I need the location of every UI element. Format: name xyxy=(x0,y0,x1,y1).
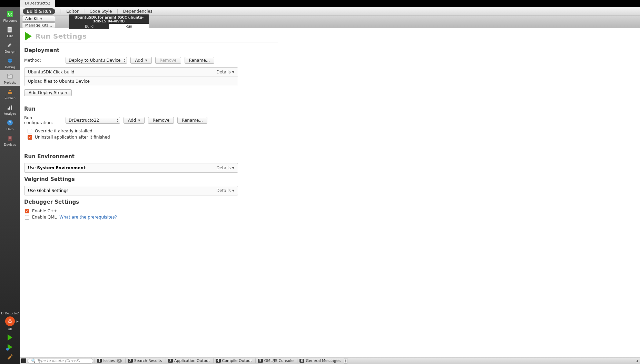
run-rename-button[interactable]: Rename... xyxy=(177,117,207,124)
add-kit-button[interactable]: Add Kit▼ xyxy=(22,16,55,22)
deploy-add-button[interactable]: Add▼ xyxy=(130,57,151,64)
deploy-step-row[interactable]: UbuntuSDK Click build Details▼ xyxy=(24,68,238,77)
projects-icon xyxy=(6,72,14,80)
run-add-button[interactable]: Add▼ xyxy=(124,117,145,124)
sidebar-item-label: Edit xyxy=(7,34,13,38)
page-header: Run Settings xyxy=(24,32,278,42)
svg-rect-24 xyxy=(10,354,13,356)
deploy-step-label: UbuntuSDK Click build xyxy=(28,70,74,74)
enable-qml-checkbox[interactable] xyxy=(25,215,29,220)
run-remove-button[interactable]: Remove xyxy=(148,117,174,124)
edit-icon xyxy=(6,26,14,34)
details-toggle[interactable]: Details▼ xyxy=(216,188,234,193)
sidebar-item-label: Help xyxy=(7,128,14,131)
override-checkbox[interactable] xyxy=(28,129,32,133)
sidebar-item-analyze[interactable]: Analyze xyxy=(0,101,20,117)
deploy-remove-button[interactable]: Remove xyxy=(155,57,181,64)
checkbox-label: Uninstall application after it finished xyxy=(35,135,110,140)
run-config-label: Run configuration: xyxy=(24,115,62,125)
sidebar-toggle-button[interactable] xyxy=(21,358,26,363)
method-select[interactable]: Deploy to Ubuntu Device ▴▾ xyxy=(66,57,127,64)
output-pane-app-output[interactable]: 3Application Output xyxy=(166,358,212,363)
sidebar-item-publish[interactable]: Publish xyxy=(0,86,20,101)
locator-input[interactable]: 🔍 Type to locate (Ctrl+K) xyxy=(28,358,93,364)
kit-title: UbuntuSDK for armhf (GCC ubuntu-sdk-15.0… xyxy=(69,15,149,24)
window-top-bar: DrDestructo2 xyxy=(0,0,640,7)
sidebar-item-help[interactable]: ? Help xyxy=(0,117,20,132)
sidebar-item-welcome[interactable]: Qt Welcome xyxy=(0,8,20,24)
output-pane-search[interactable]: 2Search Results xyxy=(125,358,164,363)
valgrind-row[interactable]: Use Global Settings Details▼ xyxy=(24,186,238,195)
output-pane-stepper[interactable]: ▴▾ xyxy=(344,358,347,364)
mode-sidebar: Qt Welcome Edit Design Debug Projects Pu… xyxy=(0,7,20,364)
uninstall-checkbox[interactable] xyxy=(28,135,32,140)
sidebar-item-debug[interactable]: Debug xyxy=(0,55,20,70)
enable-cpp-checkbox[interactable] xyxy=(25,209,29,213)
subtab-code-style[interactable]: Code Style xyxy=(90,9,112,14)
section-debugger: Debugger Settings xyxy=(24,199,278,205)
debug-icon xyxy=(6,57,14,65)
project-tab[interactable]: DrDestructo2 xyxy=(20,0,55,7)
sidebar-item-label: Debug xyxy=(5,65,15,69)
chevron-down-icon: ▼ xyxy=(40,17,42,20)
deploy-step-row[interactable]: Upload files to Ubuntu Device xyxy=(24,77,238,86)
run-button[interactable] xyxy=(8,334,12,341)
deploy-rename-button[interactable]: Rename... xyxy=(185,57,215,64)
chevron-down-icon: ▼ xyxy=(145,59,147,62)
debug-run-button[interactable] xyxy=(8,344,12,350)
prerequisites-link[interactable]: What are the prerequisites? xyxy=(59,215,117,220)
svg-rect-10 xyxy=(8,74,10,75)
kit-selector[interactable]: ▶ xyxy=(0,316,20,327)
sidebar-item-design[interactable]: Design xyxy=(0,39,20,55)
kits-toolbar: Add Kit▼ Manage Kits... UbuntuSDK for ar… xyxy=(20,16,640,28)
env-row[interactable]: Use System Environment Details▼ xyxy=(24,163,238,173)
run-icon xyxy=(25,32,32,41)
details-toggle[interactable]: Details▼ xyxy=(216,70,234,74)
sidebar-item-edit[interactable]: Edit xyxy=(0,24,20,39)
kit-card: UbuntuSDK for armhf (GCC ubuntu-sdk-15.0… xyxy=(69,14,149,29)
ubuntu-icon xyxy=(5,316,15,326)
svg-rect-14 xyxy=(11,105,12,110)
output-pane-issues[interactable]: 1Issues2 xyxy=(95,358,124,363)
svg-rect-12 xyxy=(8,108,9,110)
section-run-environment: Run Environment xyxy=(24,153,278,160)
subtab-dependencies[interactable]: Dependencies xyxy=(123,9,152,14)
run-config-select[interactable]: DrDestructo22 ▴▾ xyxy=(66,117,120,124)
issues-count-badge: 2 xyxy=(117,359,122,363)
select-arrows-icon: ▴▾ xyxy=(124,58,125,63)
help-icon: ? xyxy=(6,119,14,127)
svg-text:Qt: Qt xyxy=(8,12,12,16)
manage-kits-button[interactable]: Manage Kits... xyxy=(22,22,55,28)
chevron-down-icon: ▼ xyxy=(232,71,234,74)
kit-label: all xyxy=(8,327,12,332)
analyze-icon xyxy=(6,103,14,111)
section-deployment: Deployment xyxy=(24,47,278,53)
design-icon xyxy=(6,41,14,49)
section-run: Run xyxy=(24,106,278,112)
devices-icon xyxy=(6,134,14,142)
chevron-down-icon: ▼ xyxy=(232,189,234,192)
chevron-down-icon: ▼ xyxy=(232,166,234,170)
deploy-steps: UbuntuSDK Click build Details▼ Upload fi… xyxy=(24,67,238,86)
output-pane-compile[interactable]: 4Compile Output xyxy=(213,358,254,363)
svg-rect-11 xyxy=(8,92,12,94)
sidebar-item-projects[interactable]: Projects xyxy=(0,70,20,86)
add-deploy-step-button[interactable]: Add Deploy Step▼ xyxy=(24,89,72,96)
subtab-editor[interactable]: Editor xyxy=(66,9,79,14)
sidebar-item-devices[interactable]: Devices xyxy=(0,132,20,148)
subtab-build-run[interactable]: Build & Run xyxy=(23,8,55,14)
chevron-down-icon: ▼ xyxy=(138,119,140,122)
checkbox-label: Enable QML xyxy=(32,215,57,220)
method-label: Method: xyxy=(24,58,62,63)
progress-details-toggle[interactable]: ▲ xyxy=(636,359,639,363)
select-arrows-icon: ▴▾ xyxy=(117,118,118,123)
output-pane-general[interactable]: 6General Messages xyxy=(297,358,343,363)
checkbox-label: Enable C++ xyxy=(32,209,57,213)
svg-text:?: ? xyxy=(9,121,11,125)
sidebar-item-label: Analyze xyxy=(4,112,16,115)
build-button[interactable] xyxy=(7,354,13,362)
checkbox-label: Override if already installed xyxy=(35,129,92,133)
svg-rect-2 xyxy=(8,27,12,32)
details-toggle[interactable]: Details▼ xyxy=(216,165,234,170)
output-pane-qmljs[interactable]: 5QML/JS Console xyxy=(255,358,296,363)
